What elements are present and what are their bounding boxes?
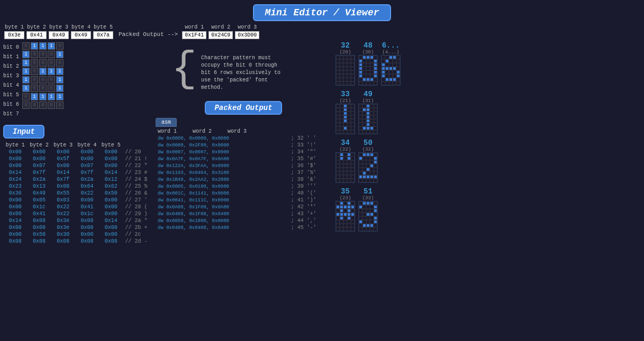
pixel-0-4 (396, 56, 400, 59)
bit-cell-4-2: 0 (39, 76, 47, 84)
byte3-label: byte 3 (49, 24, 68, 30)
input-cell-7-4: 0x00 (99, 197, 123, 204)
pixel-6-2 (343, 78, 347, 81)
pixel-0-1 (362, 104, 366, 108)
packed-cell-comment-6: ; 38 '&' (289, 176, 331, 183)
pixel-5-2 (366, 123, 370, 126)
pixel-6-4 (396, 78, 400, 81)
pixel-5-3 (370, 74, 374, 78)
pixel-0-1 (340, 56, 343, 59)
pixel-3-3 (370, 213, 374, 216)
input-comment-11: // 2b + (123, 224, 150, 231)
input-cell-10-1: 0x08 (27, 217, 51, 224)
packed-cell-comment-2: ; 34 '"' (289, 149, 331, 155)
byte2-group: byte 2 0x41 (26, 24, 47, 39)
pixel-7-2 (343, 130, 347, 134)
input-row-4: 0x240x2a0x7f0x2a0x12// 24 $ (3, 176, 150, 183)
pixel-6-1 (362, 175, 366, 179)
pixel-6-2 (389, 78, 393, 81)
char-35-grid (335, 201, 355, 232)
pixel-1-1 (340, 156, 343, 160)
input-cell-13-1: 0x08 (27, 238, 51, 245)
bit-cell-4-3: 0 (48, 76, 55, 84)
packed-cell-code-10: dw 0x0A08, 0x1F08, 0x0A00 (156, 204, 289, 210)
input-cell-4-4: 0x12 (99, 176, 123, 183)
pixel-3-2 (389, 67, 393, 70)
pixel-1-1 (385, 59, 389, 63)
input-row-0: 0x000x000x000x000x00// 20 (3, 149, 150, 155)
pixel-7-4 (351, 130, 355, 134)
pixel-3-1 (340, 67, 343, 70)
pixel-7-0 (359, 227, 362, 231)
pixel-5-1 (340, 220, 343, 224)
pixel-5-4 (374, 171, 377, 175)
input-comment-3: // 23 # (123, 169, 150, 176)
input-cell-11-4: 0x08 (99, 224, 123, 231)
pixel-6-0 (336, 224, 340, 227)
packed-row-4: dw 0x122A, 0x3FAA, 0x0900; 36 '$' (156, 162, 331, 169)
pixel-4-3 (393, 70, 396, 74)
input-cell-2-4: 0x00 (99, 162, 123, 169)
pixel-1-0 (359, 205, 362, 209)
input-comment-1: // 21 ! (123, 155, 150, 162)
pixel-6-1 (362, 126, 366, 130)
input-col-byte4: byte 4 (75, 142, 99, 149)
packed-table-body: dw 0x0000, 0x0000, 0x0000; 32 ' 'dw 0x00… (156, 135, 331, 231)
pixel-4-3 (370, 70, 374, 74)
pixel-0-3 (347, 153, 351, 156)
char-34-grid (335, 152, 355, 183)
bit-cell-1-2: 0 (39, 51, 47, 58)
pixel-3-1 (340, 164, 343, 168)
pixel-5-0 (359, 74, 362, 78)
pixel-6-1 (340, 78, 343, 81)
pixel-3-4 (374, 164, 377, 168)
input-row-8: 0x000x1c0x220x410x00// 28 ( (3, 204, 150, 210)
char-32-grid (335, 55, 355, 86)
pixel-7-1 (340, 179, 343, 182)
pixel-4-2 (343, 70, 347, 74)
input-cell-3-4: 0x14 (99, 169, 123, 176)
char-previews: 32 (20) 33 (21) 34 (22) (335, 41, 642, 339)
char-51-label: 51 (364, 187, 373, 196)
byte3-group: byte 3 0x49 (49, 24, 69, 39)
char-50: 50 (32) (358, 139, 378, 183)
pixel-2-4 (351, 112, 355, 115)
pixel-7-0 (382, 81, 385, 85)
packed-row-2: dw 0x0007, 0x0007, 0x0000; 34 '"' (156, 149, 331, 155)
packed-cell-comment-9: ; 41 ')' (289, 197, 331, 204)
word2-label: word 2 (211, 24, 230, 30)
input-cell-12-4: 0x00 (99, 231, 123, 238)
pixel-5-1 (385, 74, 389, 78)
byte5-group: byte 5 0x7a (93, 24, 113, 39)
pixel-4-1 (340, 70, 343, 74)
input-table-body: 0x000x000x000x000x00// 200x000x000x5f0x0… (3, 149, 150, 245)
pixel-0-0 (336, 56, 340, 59)
pixel-3-4 (351, 213, 355, 216)
pixel-7-1 (362, 227, 366, 231)
pixel-1-4 (351, 108, 355, 112)
bit-cell-6-3: 1 (48, 93, 55, 100)
bit2-label: bit 2 (3, 62, 19, 71)
char-64-label: 6... (382, 41, 400, 50)
pixel-7-0 (336, 227, 340, 231)
pixel-5-0 (359, 171, 362, 175)
pixel-7-0 (359, 130, 362, 134)
word2-value: 0x24C9 (208, 31, 233, 39)
main-container: Mini Editor / Viewer byte 1 0x3e byte 2 … (0, 0, 644, 341)
input-cell-4-1: 0x2a (27, 176, 51, 183)
pixel-3-3 (347, 164, 351, 168)
input-cell-9-2: 0x22 (51, 210, 75, 217)
input-cell-10-4: 0x14 (99, 217, 123, 224)
char-34-sublabel: (22) (340, 147, 351, 152)
pixel-4-3 (347, 119, 351, 123)
pixel-6-3 (347, 126, 351, 130)
input-cell-2-2: 0x00 (51, 162, 75, 169)
input-comment-5: // 25 % (123, 183, 150, 190)
middle-panel: { Character pattern must occupy the bit … (153, 39, 333, 341)
tab-asm[interactable]: asm (156, 118, 177, 127)
pixel-4-3 (347, 216, 351, 220)
char-51: 51 (33) (358, 187, 378, 232)
pixel-1-3 (370, 108, 374, 112)
pixel-1-1 (362, 108, 366, 112)
word1-group: word 1 0x1F41 (182, 24, 206, 39)
